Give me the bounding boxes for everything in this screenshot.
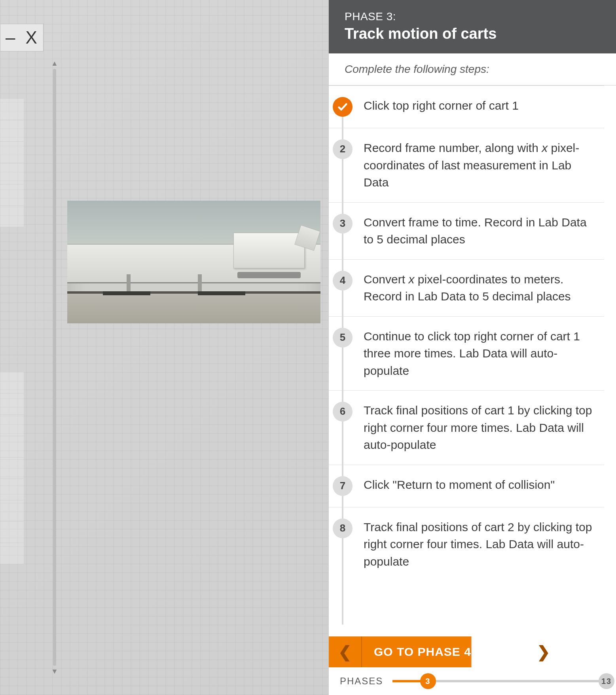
check-icon: [337, 101, 348, 112]
phase-slider-max: 13: [599, 673, 614, 689]
step-list: Click top right corner of cart 12Record …: [329, 85, 616, 636]
step-6: 6Track final positions of cart 1 by clic…: [329, 390, 604, 465]
step-text: Convert x pixel-coordinates to meters. R…: [364, 271, 596, 305]
phase-slider-knob[interactable]: 3: [420, 673, 436, 689]
step-4: 4Convert x pixel-coordinates to meters. …: [329, 259, 604, 316]
step-badge: 2: [333, 139, 353, 159]
next-phase-button[interactable]: ❯: [471, 636, 616, 667]
phase-title: Track motion of carts: [345, 25, 600, 42]
data-rows-ghost: [0, 99, 24, 227]
instructions-pane: PHASE 3: Track motion of carts Complete …: [328, 0, 616, 695]
step-text: Track final positions of cart 1 by click…: [364, 402, 596, 454]
phase-slider[interactable]: PHASES 3 13: [329, 667, 616, 695]
step-2: 2Record frame number, along with x pixel…: [329, 128, 604, 202]
prev-phase-button[interactable]: ❮: [329, 636, 362, 667]
data-rows-ghost-2: [0, 372, 24, 564]
step-5: 5Continue to click top right corner of c…: [329, 316, 604, 391]
step-text: Click top right corner of cart 1: [364, 97, 596, 114]
vertical-scrollbar[interactable]: ▲ ▼: [51, 59, 59, 675]
step-text: Continue to click top right corner of ca…: [364, 328, 596, 380]
cart-1[interactable]: [233, 233, 305, 268]
step-badge: 5: [333, 328, 353, 348]
step-3: 3Convert frame to time. Record in Lab Da…: [329, 202, 604, 259]
chevron-right-icon: ❯: [537, 643, 551, 661]
step-badge: 4: [333, 271, 353, 291]
phase-slider-label: PHASES: [340, 676, 383, 687]
phase-subhead: Complete the following steps:: [329, 53, 616, 85]
step-rail: [342, 97, 343, 625]
step-badge-done: [333, 97, 353, 117]
app-root: – X ▲ ▼ PHASE 3: Track motion of car: [0, 0, 616, 695]
scroll-up-icon[interactable]: ▲: [51, 59, 59, 67]
step-badge: 7: [333, 476, 353, 496]
scroll-track[interactable]: [53, 69, 56, 666]
phase-kicker: PHASE 3:: [345, 10, 600, 23]
step-text: Convert frame to time. Record in Lab Dat…: [364, 214, 596, 248]
step-badge: 6: [333, 402, 353, 422]
step-badge: 8: [333, 518, 353, 538]
minimize-button[interactable]: –: [6, 29, 15, 46]
scroll-down-icon[interactable]: ▼: [51, 667, 59, 675]
phase-header: PHASE 3: Track motion of carts: [329, 0, 616, 53]
footer: ❮ GO TO PHASE 4 ❯ PHASES 3 13: [329, 636, 616, 695]
step-7: 7Click "Return to moment of collision": [329, 465, 604, 507]
step-text: Track final positions of cart 2 by click…: [364, 518, 596, 570]
window-controls: – X: [0, 24, 44, 51]
step-1: Click top right corner of cart 1: [329, 85, 604, 128]
step-8: 8Track final positions of cart 2 by clic…: [329, 507, 604, 581]
phase-slider-track[interactable]: 3 13: [392, 680, 605, 682]
step-badge: 3: [333, 214, 353, 234]
go-to-next-phase-label: GO TO PHASE 4: [362, 645, 471, 659]
go-to-next-phase-bar[interactable]: ❮ GO TO PHASE 4 ❯: [329, 636, 616, 667]
chevron-left-icon: ❮: [338, 643, 352, 661]
video-frame[interactable]: [67, 201, 320, 323]
step-text: Click "Return to moment of collision": [364, 476, 596, 494]
simulation-pane: – X ▲ ▼: [0, 0, 328, 695]
step-text: Record frame number, along with x pixel-…: [364, 139, 596, 191]
close-button[interactable]: X: [26, 29, 38, 46]
bench-top: [67, 291, 320, 323]
cart-shadow: [237, 272, 301, 278]
